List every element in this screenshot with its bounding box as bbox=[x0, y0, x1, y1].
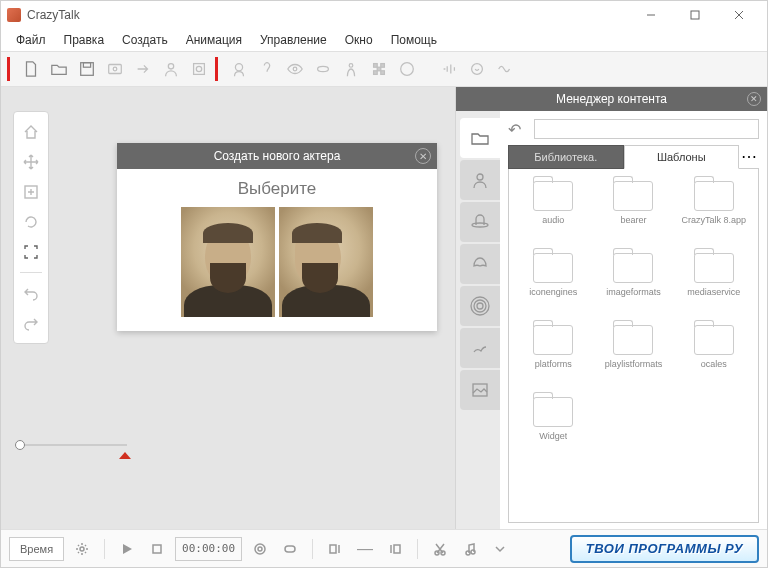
note-icon[interactable] bbox=[458, 537, 482, 561]
head-icon[interactable] bbox=[225, 55, 253, 83]
svg-point-23 bbox=[477, 174, 483, 180]
checker-icon[interactable] bbox=[365, 55, 393, 83]
audio-icon[interactable] bbox=[435, 55, 463, 83]
play-icon[interactable] bbox=[115, 537, 139, 561]
fullscreen-icon[interactable] bbox=[17, 238, 45, 266]
svg-point-39 bbox=[471, 550, 475, 554]
time-button[interactable]: Время bbox=[9, 537, 64, 561]
toolbar-separator bbox=[7, 57, 11, 81]
stop-icon[interactable] bbox=[145, 537, 169, 561]
tab-templates[interactable]: Шаблоны bbox=[624, 145, 740, 169]
svg-point-8 bbox=[168, 64, 173, 69]
svg-point-14 bbox=[349, 64, 353, 68]
svg-rect-30 bbox=[153, 545, 161, 553]
svg-rect-5 bbox=[83, 63, 90, 67]
marker-out-icon[interactable] bbox=[383, 537, 407, 561]
close-button[interactable] bbox=[717, 1, 761, 29]
svg-point-38 bbox=[466, 551, 470, 555]
dialog-close-icon[interactable]: ✕ bbox=[415, 148, 431, 164]
folder-item[interactable]: playlistformats bbox=[593, 321, 673, 393]
category-hair-icon[interactable] bbox=[460, 244, 500, 284]
loop-icon[interactable] bbox=[278, 537, 302, 561]
svg-point-24 bbox=[472, 223, 488, 227]
marker-in-icon[interactable] bbox=[323, 537, 347, 561]
minimize-button[interactable] bbox=[629, 1, 673, 29]
range-icon[interactable]: — bbox=[353, 537, 377, 561]
move-icon[interactable] bbox=[17, 148, 45, 176]
actor-photo-side[interactable] bbox=[279, 207, 373, 317]
menu-edit[interactable]: Правка bbox=[55, 33, 114, 47]
chevron-down-icon[interactable] bbox=[488, 537, 512, 561]
tab-library[interactable]: Библиотека. bbox=[508, 145, 624, 169]
menu-window[interactable]: Окно bbox=[336, 33, 382, 47]
render-icon[interactable] bbox=[185, 55, 213, 83]
folder-item[interactable]: CrazyTalk 8.app bbox=[674, 177, 754, 249]
menubar: Файл Правка Создать Анимация Управление … bbox=[1, 29, 767, 51]
back-icon[interactable]: ↶ bbox=[508, 120, 528, 139]
timecode[interactable]: 00:00:00 bbox=[175, 537, 242, 561]
face-icon[interactable] bbox=[393, 55, 421, 83]
panel-close-icon[interactable]: ✕ bbox=[747, 92, 761, 106]
settings-icon[interactable] bbox=[70, 537, 94, 561]
folder-item[interactable]: bearer bbox=[593, 177, 673, 249]
ear-icon[interactable] bbox=[253, 55, 281, 83]
menu-create[interactable]: Создать bbox=[113, 33, 177, 47]
folder-item[interactable]: imageformats bbox=[593, 249, 673, 321]
timeline[interactable] bbox=[1, 437, 143, 453]
eye-icon[interactable] bbox=[281, 55, 309, 83]
export-icon[interactable] bbox=[129, 55, 157, 83]
rotate-icon[interactable] bbox=[17, 208, 45, 236]
menu-file[interactable]: Файл bbox=[7, 33, 55, 47]
preview-icon[interactable] bbox=[101, 55, 129, 83]
folder-item[interactable]: ocales bbox=[674, 321, 754, 393]
svg-point-31 bbox=[255, 544, 265, 554]
mouth-icon[interactable] bbox=[309, 55, 337, 83]
category-actor-icon[interactable] bbox=[460, 160, 500, 200]
menu-animation[interactable]: Анимация bbox=[177, 33, 251, 47]
svg-point-13 bbox=[318, 66, 329, 71]
zoom-icon[interactable] bbox=[17, 178, 45, 206]
menu-control[interactable]: Управление bbox=[251, 33, 336, 47]
category-motion-icon[interactable] bbox=[460, 328, 500, 368]
folder-item[interactable]: iconengines bbox=[513, 249, 593, 321]
wave-icon[interactable] bbox=[491, 55, 519, 83]
svg-point-7 bbox=[113, 67, 117, 71]
undo-icon[interactable] bbox=[17, 279, 45, 307]
watermark: ТВОИ ПРОГРАММЫ РУ bbox=[570, 535, 759, 563]
svg-point-26 bbox=[474, 300, 486, 312]
more-icon[interactable]: ⋯ bbox=[739, 147, 759, 166]
svg-rect-35 bbox=[394, 545, 400, 553]
folder-item[interactable]: audio bbox=[513, 177, 593, 249]
actor-photo-front[interactable] bbox=[181, 207, 275, 317]
gear-icon[interactable] bbox=[248, 537, 272, 561]
body-icon[interactable] bbox=[337, 55, 365, 83]
svg-rect-9 bbox=[194, 64, 205, 75]
actor-icon[interactable] bbox=[157, 55, 185, 83]
svg-rect-4 bbox=[81, 63, 94, 76]
content-manager-panel: Менеджер контента ✕ ↶ Библиотека. bbox=[455, 87, 767, 529]
folder-item[interactable]: platforms bbox=[513, 321, 593, 393]
maximize-button[interactable] bbox=[673, 1, 717, 29]
svg-rect-1 bbox=[691, 11, 699, 19]
category-audio-icon[interactable] bbox=[460, 286, 500, 326]
new-file-icon[interactable] bbox=[17, 55, 45, 83]
category-image-icon[interactable] bbox=[460, 370, 500, 410]
svg-point-32 bbox=[258, 547, 262, 551]
path-input[interactable] bbox=[534, 119, 759, 139]
category-hat-icon[interactable] bbox=[460, 202, 500, 242]
folder-item[interactable]: mediaservice bbox=[674, 249, 754, 321]
svg-point-29 bbox=[80, 547, 84, 551]
voice-icon[interactable] bbox=[463, 55, 491, 83]
folder-item[interactable]: Widget bbox=[513, 393, 593, 465]
open-file-icon[interactable] bbox=[45, 55, 73, 83]
home-icon[interactable] bbox=[17, 118, 45, 146]
redo-icon[interactable] bbox=[17, 309, 45, 337]
menu-help[interactable]: Помощь bbox=[382, 33, 446, 47]
category-folder-icon[interactable] bbox=[460, 118, 500, 158]
canvas-area[interactable]: Создать нового актера ✕ Выберите bbox=[1, 87, 455, 529]
svg-rect-18 bbox=[374, 71, 378, 75]
main-toolbar bbox=[1, 51, 767, 87]
timeline-handle[interactable] bbox=[15, 440, 25, 450]
save-file-icon[interactable] bbox=[73, 55, 101, 83]
cut-icon[interactable] bbox=[428, 537, 452, 561]
